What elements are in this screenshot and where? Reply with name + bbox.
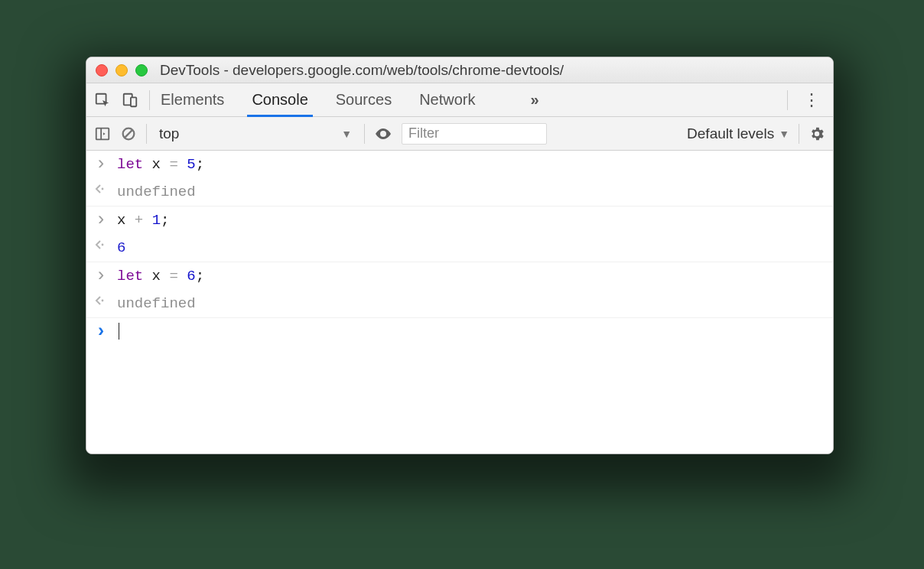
input-chevron-icon: ›: [93, 267, 109, 285]
svg-point-8: [102, 188, 104, 190]
settings-gear-icon[interactable]: [808, 125, 825, 142]
divider: [799, 124, 799, 144]
devtools-window: DevTools - developers.google.com/web/too…: [86, 57, 834, 454]
console-row: undefined: [86, 178, 833, 206]
chevron-down-icon: ▼: [341, 128, 352, 140]
minimize-icon[interactable]: [116, 64, 128, 76]
inspect-element-icon[interactable]: [94, 92, 111, 109]
main-tabs-bar: Elements Console Sources Network » ⋮: [86, 83, 833, 117]
console-output[interactable]: ›let x = 5;undefined›x + 1;6›let x = 6;u…: [86, 151, 833, 454]
device-toggle-icon[interactable]: [122, 92, 138, 109]
output-arrow-icon: [93, 239, 109, 251]
console-row: undefined: [86, 290, 833, 318]
console-input-code: x + 1;: [117, 211, 169, 229]
console-output-value: 6: [117, 239, 125, 257]
console-output-value: undefined: [117, 294, 196, 313]
svg-point-7: [382, 132, 385, 135]
titlebar: DevTools - developers.google.com/web/too…: [86, 57, 833, 83]
console-row: ›x + 1;: [86, 206, 833, 234]
tab-console[interactable]: Console: [252, 83, 307, 116]
svg-rect-3: [96, 128, 109, 139]
tabs: Elements Console Sources Network »: [161, 83, 539, 116]
divider: [149, 90, 150, 110]
console-output-value: undefined: [117, 183, 196, 201]
divider: [364, 124, 365, 144]
levels-label: Default levels: [687, 125, 774, 142]
input-chevron-icon: ›: [93, 155, 109, 174]
log-levels-select[interactable]: Default levels ▼: [687, 125, 789, 142]
console-row: ›let x = 5;: [86, 151, 833, 178]
fullscreen-icon[interactable]: [135, 64, 148, 76]
svg-rect-2: [131, 97, 136, 106]
svg-point-9: [102, 244, 104, 246]
window-title: DevTools - developers.google.com/web/too…: [160, 62, 564, 79]
svg-line-6: [125, 130, 132, 137]
live-expression-icon[interactable]: [374, 125, 392, 143]
console-sidebar-toggle-icon[interactable]: [94, 125, 111, 142]
console-toolbar: top ▼ Default levels ▼: [86, 117, 833, 151]
prompt-input[interactable]: [117, 323, 119, 340]
close-icon[interactable]: [96, 64, 108, 76]
console-row: 6: [86, 234, 833, 262]
tab-sources[interactable]: Sources: [336, 83, 392, 116]
console-prompt[interactable]: ›: [86, 318, 833, 346]
prompt-chevron-icon: ›: [93, 323, 109, 341]
filter-input[interactable]: [402, 123, 547, 145]
tab-elements[interactable]: Elements: [161, 83, 224, 116]
console-row: ›let x = 6;: [86, 262, 833, 290]
svg-point-10: [102, 300, 104, 302]
console-input-code: let x = 5;: [117, 155, 204, 174]
console-input-code: let x = 6;: [117, 267, 204, 285]
tabs-overflow-icon[interactable]: »: [531, 91, 539, 109]
traffic-lights: [96, 64, 148, 76]
tab-network[interactable]: Network: [419, 83, 475, 116]
output-arrow-icon: [93, 294, 109, 307]
divider: [146, 124, 147, 144]
chevron-down-icon: ▼: [779, 128, 789, 140]
context-select[interactable]: top ▼: [156, 125, 355, 142]
input-chevron-icon: ›: [93, 211, 109, 229]
output-arrow-icon: [93, 183, 109, 195]
context-label: top: [159, 125, 179, 142]
clear-console-icon[interactable]: [120, 125, 137, 142]
kebab-menu-icon[interactable]: ⋮: [799, 90, 825, 110]
divider: [787, 90, 788, 110]
